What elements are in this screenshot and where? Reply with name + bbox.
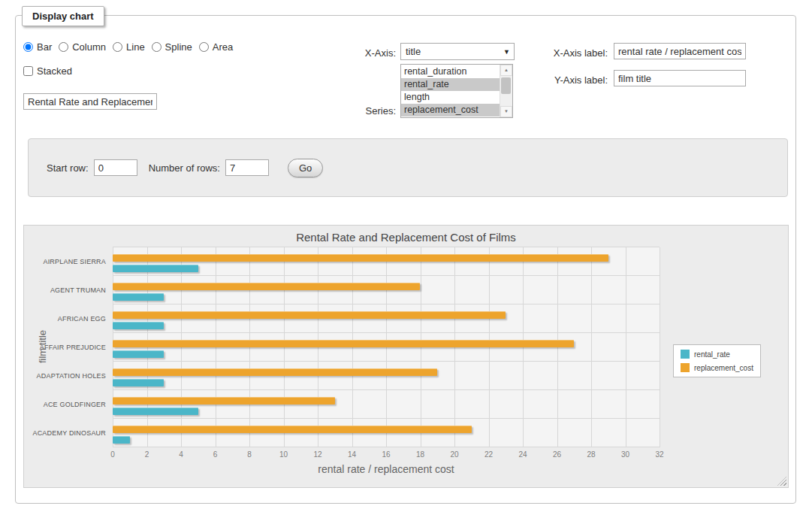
x-axis-label-input[interactable] [614, 43, 746, 59]
x-tick-label: 26 [553, 450, 561, 459]
stacked-option[interactable]: Stacked [23, 65, 72, 77]
chart-title-input[interactable] [23, 93, 157, 110]
x-tick-label: 2 [145, 450, 149, 459]
chart-type-option-bar[interactable]: Bar [23, 41, 52, 53]
bar-rental_rate [113, 407, 198, 415]
series-option-replacement_cost[interactable]: replacement_cost [401, 104, 500, 117]
chart-legend: rental_ratereplacement_cost [673, 344, 761, 377]
legend-label: replacement_cost [694, 364, 753, 372]
category-band: ACADEMY DINOSAUR [113, 419, 660, 447]
chart-type-option-label: Area [213, 41, 233, 53]
chart-type-option-spline[interactable]: Spline [152, 41, 192, 53]
chart-type-option-label: Spline [165, 41, 192, 53]
x-tick-label: 18 [416, 450, 424, 459]
display-chart-panel: Display chart BarColumnLineSplineArea St… [15, 15, 796, 504]
legend-swatch-icon [681, 363, 690, 372]
x-axis-select[interactable]: title ▼ [400, 43, 515, 60]
category-label: ACE GOLDFINGER [44, 401, 113, 408]
bar-rental_rate [113, 350, 164, 358]
series-options: rental_durationrental_ratelengthreplacem… [401, 65, 500, 117]
x-axis-selected-value: title [406, 46, 421, 57]
x-tick-label: 6 [213, 450, 218, 459]
category-band: AGENT TRUMAN [113, 276, 660, 304]
legend-swatch-icon [681, 350, 690, 359]
start-row-input[interactable] [94, 159, 137, 176]
chart-type-radio-spline[interactable] [152, 42, 161, 52]
x-tick-label: 0 [110, 450, 115, 459]
bar-replacement_cost [113, 283, 420, 290]
bar-replacement_cost [113, 311, 506, 319]
start-row-label: Start row: [47, 162, 89, 174]
chart-type-option-area[interactable]: Area [199, 41, 233, 53]
bar-rental_rate [113, 379, 164, 386]
legend-entry-replacement_cost: replacement_cost [681, 363, 753, 372]
number-of-rows-input[interactable] [225, 159, 269, 176]
category-band: AIRPLANE SIERRA [113, 247, 660, 276]
chart: Rental Rate and Replacement Cost of Film… [23, 225, 789, 488]
chart-type-option-column[interactable]: Column [59, 41, 106, 53]
category-band: AFRICAN EGG [113, 304, 660, 333]
chart-type-radio-bar[interactable] [23, 42, 33, 52]
chart-type-radio-line[interactable] [113, 42, 122, 52]
x-tick-label: 8 [247, 450, 252, 459]
series-option-rental_rate[interactable]: rental_rate [401, 78, 500, 91]
bar-rental_rate [113, 265, 198, 272]
stacked-label: Stacked [37, 65, 72, 77]
x-tick-label: 28 [587, 450, 595, 459]
bar-replacement_cost [113, 368, 437, 376]
category-label: AGENT TRUMAN [50, 286, 113, 294]
category-label: ADAPTATION HOLES [37, 372, 113, 380]
dropdown-arrow-icon: ▼ [503, 48, 510, 56]
x-tick-label: 12 [313, 450, 321, 459]
bar-replacement_cost [113, 254, 608, 262]
gridline [660, 247, 660, 447]
category-band: AFFAIR PREJUDICE [113, 333, 660, 362]
x-tick-label: 24 [518, 450, 527, 459]
series-option-rental_duration[interactable]: rental_duration [401, 65, 500, 78]
chart-type-option-label: Line [126, 41, 145, 53]
scrollbar-track[interactable] [500, 76, 512, 106]
stacked-checkbox[interactable] [23, 66, 33, 76]
x-tick-label: 30 [621, 450, 629, 459]
category-label: ACADEMY DINOSAUR [32, 429, 113, 437]
bar-rental_rate [113, 293, 164, 301]
panel-legend: Display chart [22, 6, 104, 26]
x-tick-label: 32 [655, 450, 663, 459]
scroll-down-icon[interactable]: ▼ [500, 106, 512, 117]
series-option-length[interactable]: length [401, 91, 500, 104]
x-tick-label: 20 [450, 450, 458, 459]
bar-rental_rate [113, 436, 130, 444]
category-label: AFRICAN EGG [58, 315, 113, 323]
chart-type-radio-column[interactable] [59, 42, 68, 52]
x-ticks: 02468101214161820222426283032 [113, 450, 660, 460]
resize-handle-icon[interactable] [777, 477, 786, 486]
category-band: ADAPTATION HOLES [113, 362, 660, 390]
chart-type-option-label: Bar [37, 41, 52, 53]
bar-replacement_cost [113, 397, 335, 404]
series-select-label: Series: [337, 105, 396, 117]
go-button[interactable]: Go [288, 159, 323, 177]
series-listbox[interactable]: rental_durationrental_ratelengthreplacem… [400, 64, 513, 118]
legend-label: rental_rate [694, 350, 730, 359]
chart-title: Rental Rate and Replacement Cost of Film… [24, 231, 788, 244]
chart-type-radios: BarColumnLineSplineArea [23, 41, 240, 53]
chart-x-axis-title: rental rate / replacement cost [113, 463, 660, 475]
x-tick-label: 14 [348, 450, 356, 459]
x-tick-label: 16 [382, 450, 390, 459]
plot-area: AIRPLANE SIERRAAGENT TRUMANAFRICAN EGGAF… [113, 247, 660, 447]
bar-replacement_cost [113, 340, 574, 347]
category-label: AFFAIR PREJUDICE [40, 344, 113, 351]
series-scrollbar[interactable]: ▲ ▼ [500, 65, 512, 117]
legend-entry-rental_rate: rental_rate [681, 350, 753, 359]
chart-type-option-line[interactable]: Line [113, 41, 145, 53]
category-band: ACE GOLDFINGER [113, 390, 660, 419]
y-axis-label-input[interactable] [614, 70, 746, 86]
number-of-rows-label: Number of rows: [149, 162, 220, 174]
x-axis-select-label: X-Axis: [337, 47, 396, 59]
scrollbar-thumb[interactable] [501, 77, 511, 94]
scroll-up-icon[interactable]: ▲ [500, 65, 512, 76]
x-axis-label-field-label: X-Axis label: [524, 47, 608, 59]
bar-replacement_cost [113, 426, 472, 433]
x-tick-label: 10 [279, 450, 288, 459]
chart-type-radio-area[interactable] [199, 42, 209, 52]
